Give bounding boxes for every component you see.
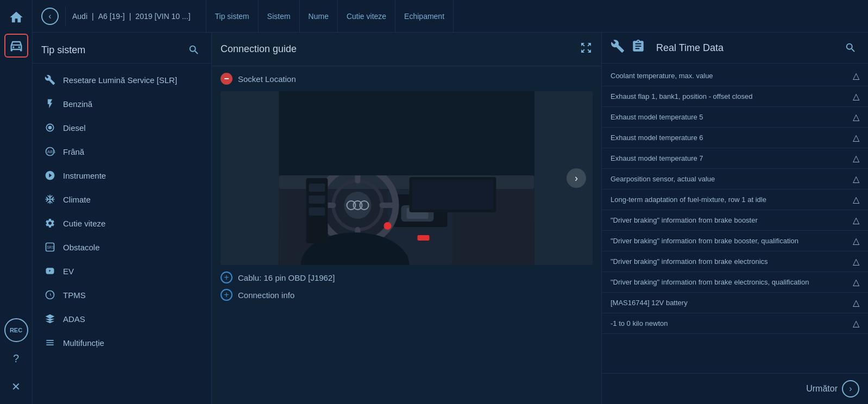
tpms-icon: [43, 288, 56, 301]
alert-icon-6: △: [853, 194, 859, 205]
data-item-5[interactable]: Gearposition sensor, actual value △: [602, 169, 868, 190]
real-time-data-list: Coolant temperature, max. value △ Exhaus…: [602, 64, 868, 373]
car-image-container: ›: [221, 91, 593, 265]
breadcrumb: Audi | A6 [19-] | 2019 [VIN 10 ...]: [72, 12, 191, 21]
menu-list: Resetare Lumină Service [SLR] Benzină Di…: [33, 64, 211, 404]
alert-icon-12: △: [853, 318, 859, 329]
topbar-tabs: Tip sistem Sistem Nume Cutie viteze Echi…: [206, 0, 454, 33]
alert-icon-5: △: [853, 174, 859, 184]
sidebar-car-btn[interactable]: [4, 34, 28, 58]
alert-icon-0: △: [853, 71, 859, 81]
middle-panel-header: Connection guide: [212, 33, 601, 66]
alert-icon-4: △: [853, 153, 859, 163]
left-panel-title: Tip sistem: [41, 45, 85, 56]
svg-point-0: [12, 46, 15, 48]
menu-item-diesel[interactable]: Diesel: [33, 116, 211, 140]
menu-item-instrumente-label: Instrumente: [63, 171, 106, 180]
rec-button[interactable]: REC: [4, 318, 28, 342]
menu-item-adas[interactable]: ADAS: [33, 307, 211, 331]
data-item-6[interactable]: Long-term adaptation of fuel-mixture, ro…: [602, 190, 868, 210]
data-item-3[interactable]: Exhaust model temperature 6 △: [602, 128, 868, 148]
data-item-12[interactable]: -1 to 0 kilo newton △: [602, 313, 868, 334]
urmator-button[interactable]: Următor ›: [806, 380, 859, 397]
close-button[interactable]: ✕: [4, 375, 28, 399]
main-area: ‹ Audi | A6 [19-] | 2019 [VIN 10 ...] Ti…: [33, 0, 868, 404]
diesel-icon: [43, 121, 56, 134]
svg-point-3: [48, 126, 52, 130]
breadcrumb-brand: Audi: [72, 12, 87, 21]
data-label-5: Gearposition sensor, actual value: [611, 175, 848, 183]
breadcrumb-year-vin: 2019 [VIN 10 ...]: [135, 12, 190, 21]
svg-point-22: [344, 192, 372, 219]
menu-item-multifunctie[interactable]: Multifuncție: [33, 331, 211, 355]
svg-point-1: [18, 46, 20, 48]
tab-tip-sistem[interactable]: Tip sistem: [206, 0, 259, 33]
svg-text:ABS: ABS: [47, 149, 55, 154]
sidebar-bottom: REC ? ✕: [4, 318, 28, 399]
data-item-9[interactable]: "Driver braking" information from brake …: [602, 251, 868, 272]
data-label-8: "Driver braking" information from brake …: [611, 237, 848, 245]
menu-item-instrumente[interactable]: Instrumente: [33, 163, 211, 187]
climate-icon: [43, 193, 56, 206]
connection-info-row[interactable]: + Connection info: [221, 289, 593, 301]
cable-row[interactable]: + Cablu: 16 pin OBD [J1962]: [221, 272, 593, 283]
alert-icon-3: △: [853, 132, 859, 143]
urmator-arrow-icon: ›: [842, 380, 859, 397]
menu-item-cutie-viteze-label: Cutie viteze: [63, 219, 105, 228]
menu-item-climate[interactable]: Climate: [33, 187, 211, 211]
tab-nume[interactable]: Nume: [300, 0, 338, 33]
content-area: Tip sistem Resetare Lumină Service [SLR]: [33, 33, 868, 404]
data-label-1: Exhaust flap 1, bank1, position - offset…: [611, 92, 848, 100]
menu-item-tpms-label: TPMS: [63, 291, 86, 300]
socket-location-row: − Socket Location: [221, 73, 593, 85]
socket-location-label: Socket Location: [238, 74, 296, 84]
menu-item-ev[interactable]: EV: [33, 259, 211, 283]
connection-content: − Socket Location: [212, 66, 601, 404]
adas-icon: [43, 312, 56, 325]
data-item-11[interactable]: [MAS16744] 12V battery △: [602, 293, 868, 313]
data-item-8[interactable]: "Driver braking" information from brake …: [602, 231, 868, 251]
connection-info-plus-icon: +: [221, 289, 232, 301]
menu-item-benzina[interactable]: Benzină: [33, 92, 211, 116]
menu-item-benzina-label: Benzină: [63, 99, 92, 109]
data-item-1[interactable]: Exhaust flap 1, bank1, position - offset…: [602, 86, 868, 107]
data-item-0[interactable]: Coolant temperature, max. value △: [602, 66, 868, 86]
menu-item-tpms[interactable]: TPMS: [33, 283, 211, 307]
menu-item-obstacole-label: Obstacole: [63, 243, 100, 252]
data-item-4[interactable]: Exhaust model temperature 7 △: [602, 148, 868, 169]
right-panel-search-button[interactable]: [842, 39, 859, 56]
menu-item-resetare-label: Resetare Lumină Service [SLR]: [63, 75, 177, 85]
data-label-7: "Driver braking" information from brake …: [611, 216, 848, 224]
data-item-10[interactable]: "Driver braking" information from brake …: [602, 272, 868, 293]
menu-item-frana[interactable]: ABS Frână: [33, 140, 211, 163]
menu-item-obstacole[interactable]: SRS Obstacole: [33, 235, 211, 259]
data-item-7[interactable]: "Driver braking" information from brake …: [602, 210, 868, 231]
sidebar-home-btn[interactable]: [4, 5, 28, 29]
menu-item-cutie-viteze[interactable]: Cutie viteze: [33, 211, 211, 235]
expand-button[interactable]: [580, 41, 593, 57]
right-panel-title: Real Time Data: [656, 42, 724, 54]
alert-icon-11: △: [853, 298, 859, 308]
menu-item-frana-label: Frână: [63, 147, 84, 156]
tab-echipament[interactable]: Echipament: [395, 0, 454, 33]
alert-icon-1: △: [853, 91, 859, 102]
middle-panel-title: Connection guide: [221, 43, 297, 55]
alert-icon-9: △: [853, 256, 859, 267]
right-header-tools: Real Time Data: [611, 39, 724, 56]
left-panel-search-button[interactable]: [185, 41, 203, 59]
middle-panel: Connection guide − Socket Location: [212, 33, 602, 404]
bolt-icon: [43, 97, 56, 110]
right-panel-header: Real Time Data: [602, 33, 868, 64]
help-button[interactable]: ?: [4, 346, 28, 370]
menu-item-resetare[interactable]: Resetare Lumină Service [SLR]: [33, 68, 211, 92]
tab-cutie-viteze[interactable]: Cutie viteze: [338, 0, 395, 33]
data-label-3: Exhaust model temperature 6: [611, 134, 848, 142]
menu-item-adas-label: ADAS: [63, 314, 85, 324]
back-button[interactable]: ‹: [41, 8, 59, 25]
next-image-button[interactable]: ›: [567, 168, 586, 188]
data-item-2[interactable]: Exhaust model temperature 5 △: [602, 107, 868, 128]
tab-sistem[interactable]: Sistem: [259, 0, 300, 33]
minus-circle-icon: −: [221, 73, 232, 85]
menu-item-diesel-label: Diesel: [63, 123, 86, 132]
alert-icon-8: △: [853, 236, 859, 246]
